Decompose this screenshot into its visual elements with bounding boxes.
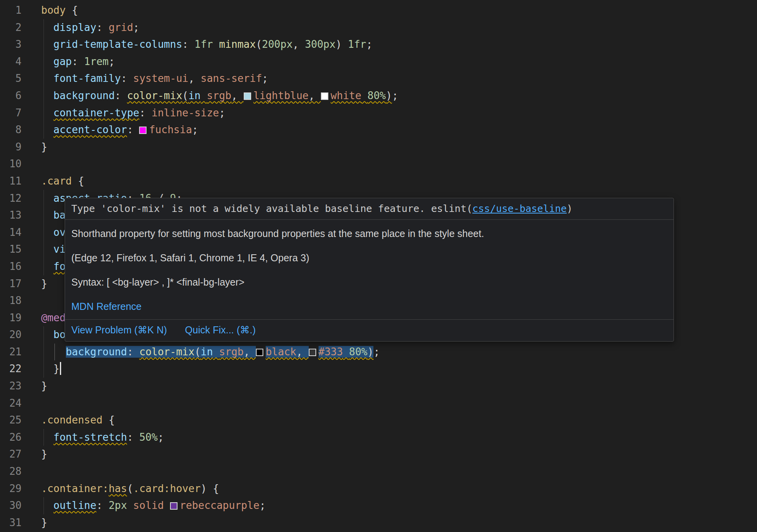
code-line[interactable]: 5 font-family: system-ui, sans-serif; [0,70,757,87]
eslint-rule-link[interactable]: css/use-baseline [473,203,567,214]
token [41,124,53,136]
code-line[interactable]: 29.container:has(.card:hover) { [0,480,757,498]
color-swatch[interactable] [139,127,147,134]
line-number[interactable]: 12 [0,190,22,207]
line-number[interactable]: 13 [0,207,22,224]
token [41,72,53,84]
token: 2px [109,499,127,511]
code-line[interactable]: 26 font-stretch: 50%; [0,429,757,446]
token: ; [373,346,380,358]
token: 1fr [194,38,213,50]
line-number[interactable]: 27 [0,446,22,463]
token: rebeccapurple [180,499,260,511]
token: , [244,346,256,358]
line-number[interactable]: 15 [0,241,22,258]
token: .card [41,175,72,187]
indent-guide [43,241,44,258]
token: srgb [207,90,232,101]
code-line[interactable]: 7 container-type: inline-size; [0,105,757,122]
color-swatch[interactable] [321,92,328,100]
token: ; [192,124,198,136]
line-number[interactable]: 21 [0,344,22,361]
indent-guide [43,190,44,207]
quick-fix-action[interactable]: Quick Fix... (⌘.) [185,324,256,336]
text-cursor [60,362,61,375]
token: gap [53,56,72,67]
code-line[interactable]: 27} [0,446,757,463]
token: : [139,107,151,119]
hover-actions-bar: View Problem (⌘K N) Quick Fix... (⌘.) [65,320,674,341]
line-number[interactable]: 3 [0,36,22,53]
line-number[interactable]: 24 [0,395,22,412]
code-line[interactable]: 28 [0,463,757,480]
token: { [103,414,115,426]
line-number[interactable]: 14 [0,224,22,241]
code-line[interactable]: 23} [0,378,757,395]
line-number[interactable]: 4 [0,53,22,71]
line-number[interactable]: 6 [0,87,22,105]
token: outline [53,499,96,511]
color-swatch[interactable] [244,92,251,100]
token: grid [109,22,133,33]
line-number[interactable]: 19 [0,309,22,327]
line-number[interactable]: 23 [0,378,22,395]
line-number[interactable]: 17 [0,275,22,293]
code-line[interactable]: 6 background: color-mix(in srgb, lightbl… [0,87,757,105]
token [201,90,207,101]
code-content: } [22,360,757,378]
code-line[interactable]: 2 display: grid; [0,19,757,36]
token: bo [53,329,65,340]
syntax-line: Syntax: [ <bg-layer> , ]* <final-bg-laye… [71,276,667,288]
token: ; [133,22,139,33]
code-editor[interactable]: 1body {2 display: grid;3 grid-template-c… [0,0,757,532]
token: : [127,431,139,443]
line-number[interactable]: 30 [0,497,22,514]
line-number[interactable]: 22 [0,360,22,378]
token: , [309,90,321,101]
line-number[interactable]: 26 [0,429,22,446]
line-number[interactable]: 2 [0,19,22,36]
code-line[interactable]: 9} [0,139,757,156]
line-number[interactable]: 28 [0,463,22,480]
code-line[interactable]: 1body { [0,2,757,19]
color-swatch[interactable] [309,349,316,356]
line-number[interactable]: 25 [0,412,22,429]
line-number[interactable]: 5 [0,70,22,87]
code-line[interactable]: 31} [0,514,757,532]
line-number[interactable]: 8 [0,121,22,139]
token: , [293,38,305,50]
line-number[interactable]: 9 [0,139,22,156]
code-line[interactable]: 11.card { [0,173,757,190]
line-number[interactable]: 29 [0,480,22,498]
line-number[interactable]: 1 [0,2,22,19]
color-swatch[interactable] [256,349,263,356]
code-line[interactable]: 3 grid-template-columns: 1fr minmax(200p… [0,36,757,53]
code-line[interactable]: 24 [0,395,757,412]
code-line[interactable]: 22 } [0,360,757,378]
token: :hover [164,483,201,494]
code-line[interactable]: 30 outline: 2px solid rebeccapurple; [0,497,757,514]
token [41,56,53,67]
line-number[interactable]: 16 [0,258,22,275]
line-number[interactable]: 31 [0,514,22,532]
code-line[interactable]: 4 gap: 1rem; [0,53,757,71]
code-line[interactable]: 10 [0,156,757,173]
code-line[interactable]: 21 background: color-mix(in srgb, black,… [0,344,757,361]
indent-guide [54,344,55,361]
token: ( [256,38,262,50]
mdn-reference-link[interactable]: MDN Reference [71,301,141,312]
line-number[interactable]: 10 [0,156,22,173]
code-line[interactable]: 25.condensed { [0,412,757,429]
line-number[interactable]: 7 [0,105,22,122]
line-number[interactable]: 18 [0,292,22,309]
code-line[interactable]: 8 accent-color: fuchsia; [0,121,757,139]
token: display [53,22,96,33]
token [41,261,53,272]
token: } [41,517,47,528]
token: white [331,90,361,101]
line-number[interactable]: 11 [0,173,22,190]
color-swatch[interactable] [170,502,177,510]
token: black [266,346,296,358]
view-problem-action[interactable]: View Problem (⌘K N) [71,324,167,336]
line-number[interactable]: 20 [0,326,22,344]
